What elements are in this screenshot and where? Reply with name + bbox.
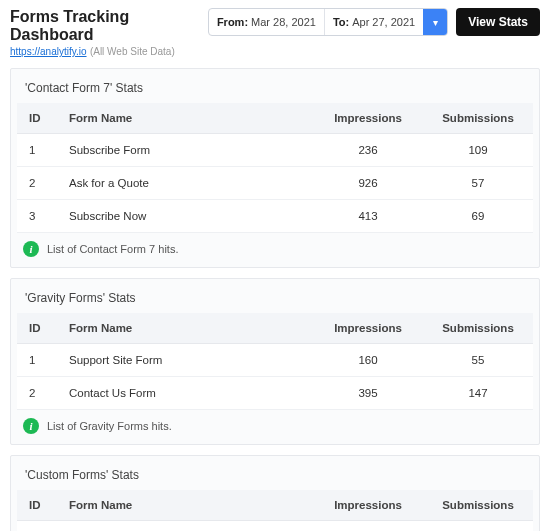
cell-id: 2 <box>17 167 57 200</box>
cell-impressions: 395 <box>313 377 423 410</box>
cell-submissions: 147 <box>423 377 533 410</box>
site-data-note: (All Web Site Data) <box>90 46 175 57</box>
date-dropdown-button[interactable]: ▾ <box>423 9 447 35</box>
date-to-value: Apr 27, 2021 <box>352 16 415 28</box>
table-row: 1Support Site Form16055 <box>17 344 533 377</box>
column-header-submissions: Submissions <box>423 490 533 521</box>
table-row: 3Subscribe Now41369 <box>17 200 533 233</box>
column-header-impressions: Impressions <box>313 490 423 521</box>
panel-footer: iList of Gravity Forms hits. <box>17 410 533 438</box>
cell-impressions: 3375 <box>313 521 423 532</box>
info-icon: i <box>23 418 39 434</box>
page-title: Forms Tracking Dashboard <box>10 8 200 44</box>
panel-footer: iList of Contact Form 7 hits. <box>17 233 533 261</box>
column-header-submissions: Submissions <box>423 103 533 134</box>
date-from-label: From: <box>217 16 248 28</box>
column-header-id: ID <box>17 490 57 521</box>
cell-submissions: 55 <box>423 344 533 377</box>
panel-footer-text: List of Contact Form 7 hits. <box>47 243 178 255</box>
panel-title: 'Gravity Forms' Stats <box>17 285 533 313</box>
column-header-impressions: Impressions <box>313 313 423 344</box>
cell-submissions: 42 <box>423 521 533 532</box>
cell-id: 1 <box>17 344 57 377</box>
column-header-id: ID <box>17 313 57 344</box>
cell-name: Subscribe Form <box>57 134 313 167</box>
cell-id: 2 <box>17 377 57 410</box>
table-row: 2Contact Us Form395147 <box>17 377 533 410</box>
panel-footer-text: List of Gravity Forms hits. <box>47 420 172 432</box>
cell-name: Subscribe Now <box>57 200 313 233</box>
cell-id: 1 <box>17 521 57 532</box>
cell-impressions: 236 <box>313 134 423 167</box>
table-row: 2Ask for a Quote92657 <box>17 167 533 200</box>
date-to-label: To: <box>333 16 349 28</box>
cell-id: 3 <box>17 200 57 233</box>
stats-table: IDForm NameImpressionsSubmissions1Suppor… <box>17 313 533 410</box>
column-header-form_name: Form Name <box>57 313 313 344</box>
cell-submissions: 69 <box>423 200 533 233</box>
column-header-impressions: Impressions <box>313 103 423 134</box>
site-link[interactable]: https://analytify.io <box>10 46 87 57</box>
column-header-id: ID <box>17 103 57 134</box>
date-from-value: Mar 28, 2021 <box>251 16 316 28</box>
cell-impressions: 413 <box>313 200 423 233</box>
cell-id: 1 <box>17 134 57 167</box>
cell-submissions: 109 <box>423 134 533 167</box>
table-row: 1Subscribe Form236109 <box>17 134 533 167</box>
cell-name: Support Site Form <box>57 344 313 377</box>
date-range-picker[interactable]: From: Mar 28, 2021 To: Apr 27, 2021 ▾ <box>208 8 448 36</box>
info-icon: i <box>23 241 39 257</box>
stats-table: IDForm NameImpressionsSubmissions1Search… <box>17 490 533 531</box>
stats-table: IDForm NameImpressionsSubmissions1Subscr… <box>17 103 533 233</box>
cell-submissions: 57 <box>423 167 533 200</box>
panel-title: 'Contact Form 7' Stats <box>17 75 533 103</box>
cell-impressions: 926 <box>313 167 423 200</box>
table-row: 1Search Form337542 <box>17 521 533 532</box>
cell-name: Contact Us Form <box>57 377 313 410</box>
stats-panel: 'Contact Form 7' StatsIDForm NameImpress… <box>10 68 540 268</box>
column-header-form_name: Form Name <box>57 103 313 134</box>
cell-name: Search Form <box>57 521 313 532</box>
panels-container: 'Contact Form 7' StatsIDForm NameImpress… <box>0 62 550 531</box>
panel-title: 'Custom Forms' Stats <box>17 462 533 490</box>
column-header-form_name: Form Name <box>57 490 313 521</box>
column-header-submissions: Submissions <box>423 313 533 344</box>
page-header: Forms Tracking Dashboard https://analyti… <box>0 0 550 62</box>
view-stats-button[interactable]: View Stats <box>456 8 540 36</box>
chevron-down-icon: ▾ <box>433 17 438 28</box>
cell-impressions: 160 <box>313 344 423 377</box>
cell-name: Ask for a Quote <box>57 167 313 200</box>
stats-panel: 'Custom Forms' StatsIDForm NameImpressio… <box>10 455 540 531</box>
stats-panel: 'Gravity Forms' StatsIDForm NameImpressi… <box>10 278 540 445</box>
